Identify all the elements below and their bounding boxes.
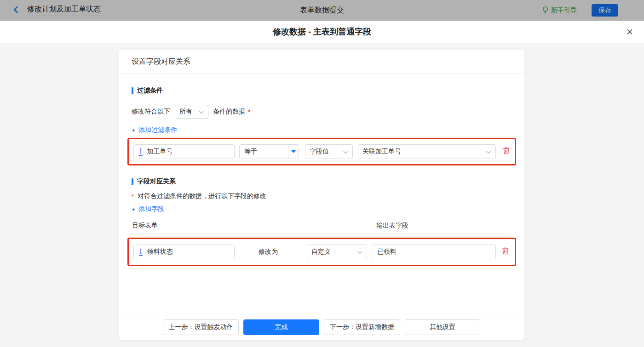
modify-to-label: 修改为 bbox=[259, 248, 284, 256]
next-step-button[interactable]: 下一步：设置新增数据 bbox=[324, 319, 400, 335]
trash-icon bbox=[501, 247, 509, 257]
add-filter-condition-link[interactable]: + 添加过滤条件 bbox=[132, 126, 177, 134]
section-marker-bar bbox=[132, 178, 133, 185]
mapping-section-header: 字段对应关系 bbox=[132, 177, 512, 186]
add-field-link[interactable]: + 添加字段 bbox=[132, 205, 164, 213]
operator-select[interactable]: 等于 bbox=[239, 144, 299, 159]
modal-body: 设置字段对应关系 过滤条件 修改符合以下 所有 条件的数据 * + bbox=[0, 43, 644, 347]
chevron-down-icon bbox=[486, 148, 491, 155]
save-button[interactable]: 保存 bbox=[592, 4, 618, 17]
plus-icon: + bbox=[132, 205, 135, 213]
add-field-label: 添加字段 bbox=[138, 205, 164, 213]
text-field-type-icon: I bbox=[139, 248, 143, 256]
filter-section-title: 过滤条件 bbox=[137, 86, 163, 95]
prev-step-button[interactable]: 上一步：设置触发动作 bbox=[163, 319, 239, 335]
value-type-select[interactable]: 字段值 bbox=[305, 144, 353, 159]
mapping-section-title: 字段对应关系 bbox=[137, 177, 176, 186]
close-icon[interactable]: × bbox=[626, 26, 633, 38]
beginner-guide-label: 新手引导 bbox=[551, 6, 577, 15]
panel-title: 设置字段对应关系 bbox=[119, 50, 524, 74]
custom-value-input[interactable]: 已领料 bbox=[372, 245, 496, 259]
target-field-value: 领料状态 bbox=[147, 248, 173, 256]
value-type-value: 字段值 bbox=[310, 148, 329, 156]
delete-mapping-row-button[interactable] bbox=[501, 247, 509, 257]
match-line-suffix: 条件的数据 bbox=[213, 108, 245, 116]
other-settings-button[interactable]: 其他设置 bbox=[405, 319, 480, 335]
required-asterisk: * bbox=[132, 193, 134, 200]
trash-icon bbox=[502, 147, 510, 157]
filter-match-line: 修改符合以下 所有 条件的数据 * bbox=[132, 105, 512, 119]
mapping-description-line: * 对符合过滤条件的数据，进行以下字段的修改 bbox=[132, 192, 512, 200]
panel-footer: 上一步：设置触发动作 完成 下一步：设置新增数据 其他设置 bbox=[119, 314, 524, 340]
match-mode-value: 所有 bbox=[179, 108, 192, 116]
highlight-annotation-mapping-row: I 领料状态 修改为 自定义 已领料 bbox=[127, 238, 516, 266]
add-filter-condition-label: 添加过滤条件 bbox=[138, 126, 177, 134]
compare-field-value: 关联加工单号 bbox=[362, 148, 401, 156]
highlight-annotation-filter-row: I 加工单号 等于 字段值 关联加工单号 bbox=[127, 138, 516, 165]
required-asterisk: * bbox=[248, 108, 250, 115]
filter-section-header: 过滤条件 bbox=[132, 86, 512, 95]
done-button[interactable]: 完成 bbox=[243, 319, 319, 335]
operator-value: 等于 bbox=[240, 145, 288, 159]
field-mapping-panel: 设置字段对应关系 过滤条件 修改符合以下 所有 条件的数据 * + bbox=[119, 50, 524, 340]
lightbulb-icon bbox=[542, 6, 549, 15]
caret-down-icon bbox=[291, 150, 296, 153]
chevron-down-icon bbox=[199, 108, 204, 115]
delete-filter-row-button[interactable] bbox=[502, 147, 510, 157]
filter-field-input[interactable]: I 加工单号 bbox=[133, 144, 235, 159]
beginner-guide-link[interactable]: 新手引导 bbox=[542, 6, 577, 15]
match-line-prefix: 修改符合以下 bbox=[132, 108, 170, 116]
mapping-description: 对符合过滤条件的数据，进行以下字段的修改 bbox=[138, 192, 266, 200]
plus-icon: + bbox=[132, 126, 135, 134]
output-field-column-header: 输出表字段 bbox=[376, 222, 408, 230]
filter-field-value: 加工单号 bbox=[147, 148, 173, 156]
target-form-column-header: 目标表单 bbox=[132, 222, 158, 230]
mapping-column-headers: 目标表单 输出表字段 bbox=[132, 222, 512, 233]
modal-title: 修改数据 - 主表到普通字段 bbox=[273, 26, 371, 37]
top-navigation-bar: 修改计划及加工单状态 表单数据提交 新手引导 保存 bbox=[0, 0, 644, 21]
text-field-type-icon: I bbox=[139, 148, 143, 156]
match-mode-select[interactable]: 所有 bbox=[175, 105, 208, 119]
section-marker-bar bbox=[132, 87, 133, 94]
custom-value: 已领料 bbox=[377, 248, 397, 256]
value-source-select[interactable]: 自定义 bbox=[307, 245, 367, 259]
operator-caret-button[interactable] bbox=[288, 145, 299, 159]
value-source-value: 自定义 bbox=[311, 248, 331, 256]
chevron-down-icon bbox=[343, 148, 348, 155]
compare-field-select[interactable]: 关联加工单号 bbox=[358, 144, 496, 159]
target-field-input[interactable]: I 领料状态 bbox=[133, 245, 235, 259]
modal-header: 修改数据 - 主表到普通字段 × bbox=[0, 21, 644, 43]
chevron-down-icon bbox=[357, 248, 362, 256]
